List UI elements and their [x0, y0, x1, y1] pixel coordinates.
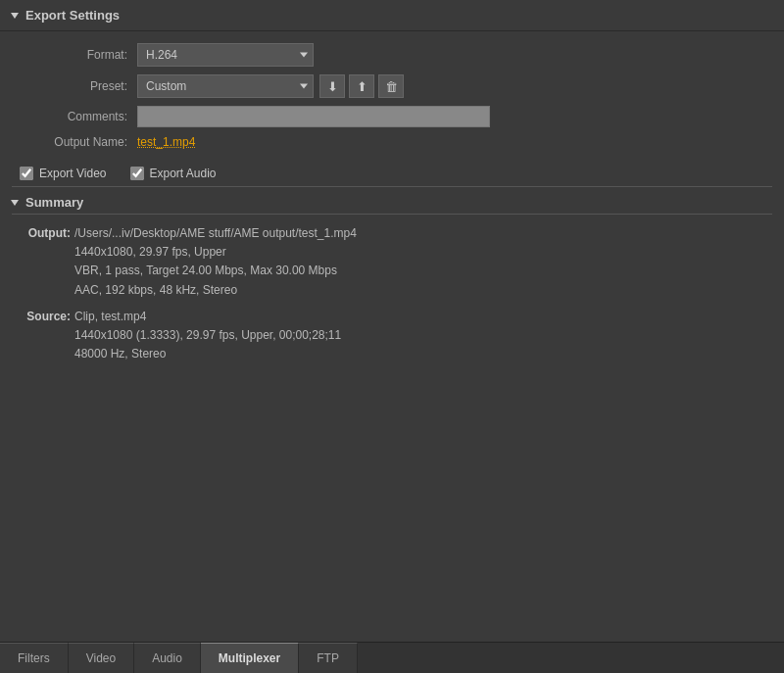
comments-input[interactable] — [137, 106, 490, 127]
format-dropdown-wrapper: H.264 — [137, 43, 314, 67]
summary-source-label: Source: — [20, 308, 71, 364]
tabs-bar: Filters Video Audio Multiplexer FTP — [0, 642, 784, 673]
summary-title: Summary — [25, 195, 83, 210]
summary-output-line2: 1440x1080, 29.97 fps, Upper — [74, 243, 357, 262]
delete-preset-icon: 🗑 — [385, 79, 398, 94]
export-video-checkbox[interactable] — [20, 167, 33, 180]
delete-preset-button[interactable]: 🗑 — [378, 74, 404, 98]
format-row: Format: H.264 — [20, 43, 764, 67]
preset-row: Preset: Custom ⬇ ⬆ 🗑 — [20, 74, 764, 98]
summary-output-line1: /Users/...iv/Desktop/AME stuff/AME outpu… — [74, 224, 357, 243]
summary-source-block: Source: Clip, test.mp4 1440x1080 (1.3333… — [20, 308, 764, 364]
summary-source-line3: 48000 Hz, Stereo — [74, 345, 341, 363]
summary-section: Summary Output: /Users/...iv/Desktop/AME… — [0, 187, 784, 383]
tab-multiplexer[interactable]: Multiplexer — [201, 643, 299, 673]
checkbox-row: Export Video Export Audio — [0, 161, 784, 186]
tab-filters[interactable]: Filters — [0, 643, 69, 673]
panel-title: Export Settings — [25, 8, 120, 23]
output-name-link[interactable]: test_1.mp4 — [137, 135, 195, 149]
format-label: Format: — [20, 48, 127, 62]
summary-output-block: Output: /Users/...iv/Desktop/AME stuff/A… — [20, 224, 764, 300]
save-preset-icon: ⬇ — [327, 79, 338, 94]
summary-output-value: /Users/...iv/Desktop/AME stuff/AME outpu… — [74, 224, 357, 300]
format-dropdown[interactable]: H.264 — [137, 43, 314, 67]
summary-content: Output: /Users/...iv/Desktop/AME stuff/A… — [12, 220, 772, 375]
tab-video[interactable]: Video — [69, 643, 134, 673]
section-header: Export Settings — [0, 0, 784, 31]
preset-label: Preset: — [20, 79, 127, 93]
comments-label: Comments: — [20, 110, 127, 123]
form-area: Format: H.264 Preset: Custom — [0, 31, 784, 161]
comments-row: Comments: — [20, 106, 764, 127]
tab-audio[interactable]: Audio — [134, 643, 201, 673]
save-preset-button[interactable]: ⬇ — [319, 74, 345, 98]
summary-source-line1: Clip, test.mp4 — [74, 308, 341, 326]
export-settings-panel: Export Settings Format: H.264 Preset: — [0, 0, 784, 673]
summary-source-value: Clip, test.mp4 1440x1080 (1.3333), 29.97… — [74, 308, 341, 364]
summary-output-label: Output: — [20, 224, 71, 300]
export-audio-checkbox[interactable] — [130, 167, 144, 180]
export-audio-checkbox-label[interactable]: Export Audio — [130, 167, 217, 180]
summary-output-line4: AAC, 192 kbps, 48 kHz, Stereo — [74, 281, 357, 300]
summary-output-line3: VBR, 1 pass, Target 24.00 Mbps, Max 30.0… — [74, 262, 357, 280]
summary-source-line2: 1440x1080 (1.3333), 29.97 fps, Upper, 00… — [74, 326, 341, 345]
tab-ftp[interactable]: FTP — [299, 643, 358, 673]
summary-header: Summary — [12, 191, 772, 215]
preset-dropdown[interactable]: Custom — [137, 74, 314, 98]
panel-content: Format: H.264 Preset: Custom — [0, 31, 784, 642]
load-preset-button[interactable]: ⬆ — [349, 74, 374, 98]
export-video-checkbox-label[interactable]: Export Video — [20, 167, 107, 180]
output-name-row: Output Name: test_1.mp4 — [20, 135, 764, 149]
preset-controls: ⬇ ⬆ 🗑 — [319, 74, 404, 98]
collapse-icon[interactable] — [11, 13, 19, 19]
load-preset-icon: ⬆ — [357, 79, 368, 94]
preset-dropdown-wrapper: Custom — [137, 74, 314, 98]
export-audio-label: Export Audio — [150, 167, 217, 180]
summary-collapse-icon[interactable] — [11, 200, 19, 206]
export-video-label: Export Video — [39, 167, 107, 180]
output-name-label: Output Name: — [20, 135, 127, 149]
